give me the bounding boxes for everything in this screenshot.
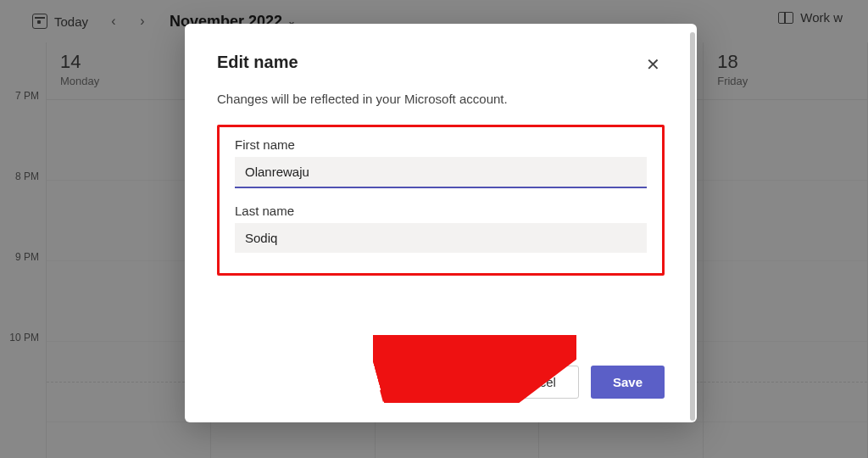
first-name-field: First name bbox=[235, 137, 647, 188]
last-name-input[interactable] bbox=[235, 223, 647, 253]
save-button[interactable]: Save bbox=[591, 366, 665, 399]
dialog-footer: Cancel Save bbox=[493, 366, 665, 399]
last-name-label: Last name bbox=[235, 204, 647, 218]
cancel-button[interactable]: Cancel bbox=[493, 366, 579, 399]
dialog-scrollbar[interactable] bbox=[690, 32, 695, 421]
last-name-field: Last name bbox=[235, 204, 647, 253]
edit-name-dialog: Edit name ✕ Changes will be reflected in… bbox=[185, 24, 697, 422]
dialog-title: Edit name bbox=[217, 53, 298, 72]
dialog-subtitle: Changes will be reflected in your Micros… bbox=[217, 92, 665, 106]
first-name-input[interactable] bbox=[235, 157, 647, 188]
annotation-highlight: First name Last name bbox=[217, 125, 665, 276]
close-icon: ✕ bbox=[646, 54, 660, 75]
first-name-label: First name bbox=[235, 137, 647, 152]
close-button[interactable]: ✕ bbox=[641, 53, 665, 76]
